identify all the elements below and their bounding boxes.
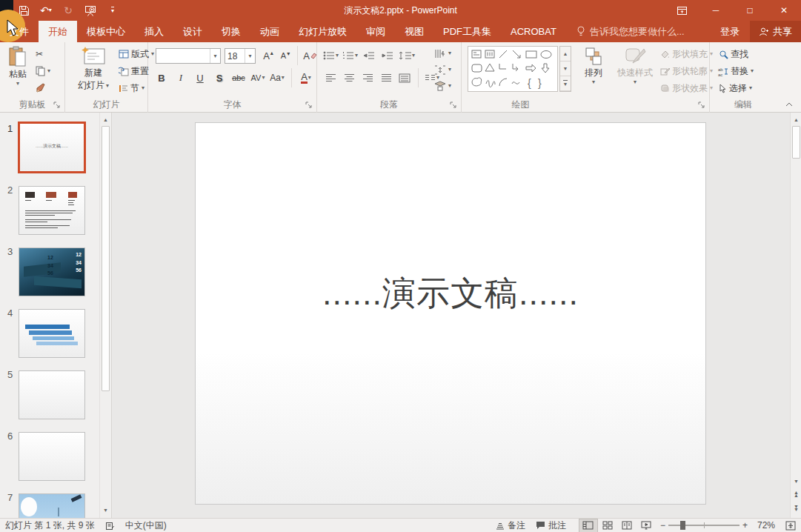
thumbnail-slide-3[interactable]: 12 34 56 12 34 56 [19,247,85,296]
ribbon-display-options-button[interactable] [665,0,699,21]
tab-pdf-tools[interactable]: PDF工具集 [433,21,501,42]
slide-counter[interactable]: 幻灯片 第 1 张, 共 9 张 [0,519,100,532]
tab-review[interactable]: 审阅 [356,21,395,42]
change-case-button[interactable]: Aa▾ [270,70,285,85]
previous-slide-button[interactable]: ▲▲ [791,489,801,499]
maximize-button[interactable]: □ [733,0,767,21]
tab-slideshow[interactable]: 幻灯片放映 [289,21,356,42]
zoom-out-button[interactable]: − [660,520,665,531]
canvas-scroll-down[interactable]: ▼ [791,476,801,486]
comments-button[interactable]: 批注 [531,519,571,532]
tab-acrobat[interactable]: ACROBAT [501,21,566,42]
font-name-dropdown[interactable]: ▾ [210,49,220,63]
align-center-button[interactable] [342,70,356,85]
clipboard-dialog-launcher[interactable] [53,102,62,110]
convert-smartart-button[interactable]: ▾ [434,79,451,93]
next-slide-button[interactable]: ▼▼ [791,503,801,513]
canvas-scroll-up[interactable]: ▲ [791,114,801,124]
bullets-button[interactable]: ▾ [323,48,339,63]
font-color-button[interactable]: A▾ [299,70,313,85]
justify-button[interactable] [379,70,393,85]
thumb-scroll-up[interactable]: ▲ [101,114,110,124]
language-status[interactable]: 中文(中国) [120,519,172,532]
tell-me-box[interactable]: 告诉我您想要做什么... [569,21,692,42]
align-text-button[interactable]: ▾ [434,62,451,77]
tab-transitions[interactable]: 切换 [212,21,250,42]
slide-sorter-view-button[interactable] [598,519,617,532]
zoom-slider-handle[interactable] [680,521,685,530]
current-slide[interactable]: ......演示文稿...... [195,122,706,505]
drawing-dialog-launcher[interactable] [698,102,707,110]
decrease-font-button[interactable]: A▾ [278,48,293,63]
underline-button[interactable]: U [193,70,207,85]
increase-indent-button[interactable] [380,48,395,63]
decrease-indent-button[interactable] [362,48,376,63]
zoom-in-button[interactable]: + [742,520,748,531]
tab-home[interactable]: 开始 [39,21,77,42]
shapes-scroll-up[interactable]: ▲ [560,47,571,61]
tab-design[interactable]: 设计 [173,21,212,42]
tab-insert[interactable]: 插入 [135,21,173,42]
new-slide-button[interactable]: 新建 幻灯片▾ [71,46,116,92]
thumbnail-scrollbar[interactable]: ▲ ▼ [99,113,110,518]
copy-button[interactable]: ▾ [36,64,50,79]
proofing-status-button[interactable] [100,519,120,532]
line-spacing-button[interactable]: ▾ [399,48,415,63]
increase-font-button[interactable]: A▴ [261,48,276,63]
tab-template-center[interactable]: 模板中心 [77,21,135,42]
section-button[interactable]: 节▾ [119,81,144,96]
thumbnail-slide-2[interactable] [19,186,85,235]
shapes-more-button[interactable]: ▼ [560,76,571,91]
shapes-scroll-down[interactable]: ▼ [560,61,571,76]
align-right-button[interactable] [360,70,375,85]
canvas-scroll-handle[interactable] [792,126,800,159]
zoom-slider-track[interactable] [668,525,739,526]
text-shadow-button[interactable]: S [212,70,227,85]
sign-in-button[interactable]: 登录 [710,21,750,42]
thumbnail-slide-4[interactable] [19,309,85,358]
find-button[interactable]: 查找 [719,47,748,61]
format-painter-button[interactable] [36,81,46,96]
close-button[interactable]: ✕ [767,0,801,21]
thumbnail-slide-6[interactable] [19,432,85,481]
font-size-combo[interactable]: 18 ▾ [225,48,256,64]
replace-button[interactable]: abac 替换▾ [717,64,754,79]
arrange-button[interactable]: 排列 ▾ [579,46,608,85]
strikethrough-button[interactable]: abc [231,70,246,85]
canvas-scrollbar[interactable]: ▲ ▼ ▲▲ ▼▼ [790,113,801,518]
character-spacing-button[interactable]: AV▾ [250,70,265,85]
numbering-button[interactable]: ▾ [342,48,358,63]
select-button[interactable]: 选择▾ [719,81,752,96]
bold-button[interactable]: B [154,70,169,85]
quick-styles-button[interactable]: 快速样式 ▾ [614,46,657,85]
shape-effects-button[interactable]: 形状效果▾ [660,81,713,96]
thumb-scroll-handle[interactable] [102,126,110,391]
fit-slide-to-window-button[interactable] [780,519,801,532]
text-direction-button[interactable]: ▾ [434,46,451,61]
clear-formatting-button[interactable]: A [302,48,317,63]
reset-button[interactable]: 重置 [119,64,149,79]
share-button[interactable]: 共享 [750,21,801,42]
normal-view-button[interactable] [579,519,598,532]
align-left-button[interactable] [323,70,338,85]
thumbnail-slide-1[interactable]: ......演示文稿...... [18,122,86,173]
distribute-button[interactable] [397,70,412,85]
shapes-gallery[interactable]: { } [468,46,558,92]
thumbnail-slide-7[interactable] [19,493,85,518]
zoom-level[interactable]: 72% [752,519,780,532]
notes-button[interactable]: 备注 [491,519,531,532]
thumbnail-slide-5[interactable] [19,370,85,419]
font-dialog-launcher[interactable] [305,102,314,110]
thumb-scroll-down[interactable]: ▼ [101,505,110,515]
tab-animations[interactable]: 动画 [250,21,289,42]
italic-button[interactable]: I [173,70,188,85]
font-name-combo[interactable]: ▾ [156,48,221,64]
reading-view-button[interactable] [617,519,637,532]
paragraph-dialog-launcher[interactable] [450,102,459,110]
slideshow-view-button[interactable] [637,519,656,532]
collapse-ribbon-button[interactable] [785,102,794,107]
cut-button[interactable]: ✂ [36,47,43,61]
paste-button[interactable]: 粘贴 ▾ [4,46,31,87]
tab-view[interactable]: 视图 [395,21,433,42]
font-size-dropdown[interactable]: ▾ [245,49,255,63]
